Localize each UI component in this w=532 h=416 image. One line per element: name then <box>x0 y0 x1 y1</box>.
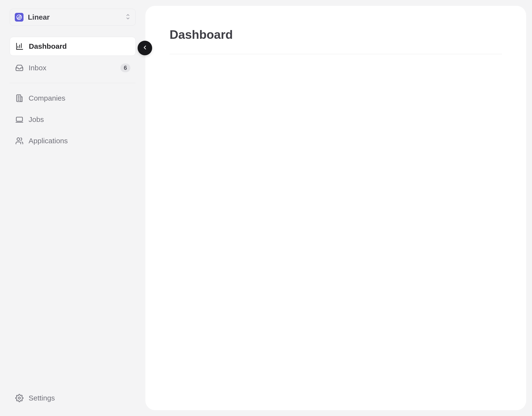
users-icon <box>15 136 24 145</box>
sidebar-item-inbox[interactable]: Inbox 6 <box>10 59 136 77</box>
svg-point-3 <box>17 138 20 140</box>
collapse-sidebar-button[interactable] <box>138 41 152 55</box>
sidebar-item-label: Dashboard <box>29 42 130 50</box>
sidebar-primary-nav: Dashboard Inbox 6 <box>10 37 136 77</box>
sidebar: Linear Dashboard <box>0 0 145 416</box>
sidebar-item-dashboard[interactable]: Dashboard <box>10 37 136 56</box>
workspace-switcher[interactable]: Linear <box>10 9 136 26</box>
sidebar-item-jobs[interactable]: Jobs <box>10 110 136 129</box>
main: Dashboard <box>145 0 532 416</box>
sidebar-item-label: Applications <box>28 137 130 145</box>
chevron-left-icon <box>142 44 148 52</box>
sidebar-item-label: Inbox <box>28 64 115 72</box>
bar-chart-icon <box>15 42 24 51</box>
content-divider <box>170 54 502 54</box>
inbox-icon <box>15 64 24 72</box>
main-card: Dashboard <box>145 6 526 410</box>
chevrons-up-down-icon <box>125 13 131 21</box>
gear-icon <box>15 394 24 402</box>
inbox-badge: 6 <box>120 64 130 72</box>
sidebar-item-applications[interactable]: Applications <box>10 132 136 150</box>
sidebar-item-label: Settings <box>28 394 130 402</box>
laptop-icon <box>15 115 24 124</box>
workspace-name: Linear <box>28 13 121 21</box>
workspace-logo-icon <box>15 13 23 22</box>
sidebar-divider <box>10 83 136 83</box>
page-title: Dashboard <box>170 28 502 42</box>
sidebar-footer: Settings <box>10 389 136 407</box>
building-icon <box>15 94 24 103</box>
sidebar-item-label: Companies <box>28 94 130 102</box>
svg-point-4 <box>19 397 21 399</box>
sidebar-secondary-nav: Companies Jobs Applications <box>10 89 136 150</box>
sidebar-item-companies[interactable]: Companies <box>10 89 136 107</box>
sidebar-item-label: Jobs <box>28 116 130 124</box>
sidebar-item-settings[interactable]: Settings <box>10 389 136 407</box>
svg-rect-2 <box>16 117 22 121</box>
